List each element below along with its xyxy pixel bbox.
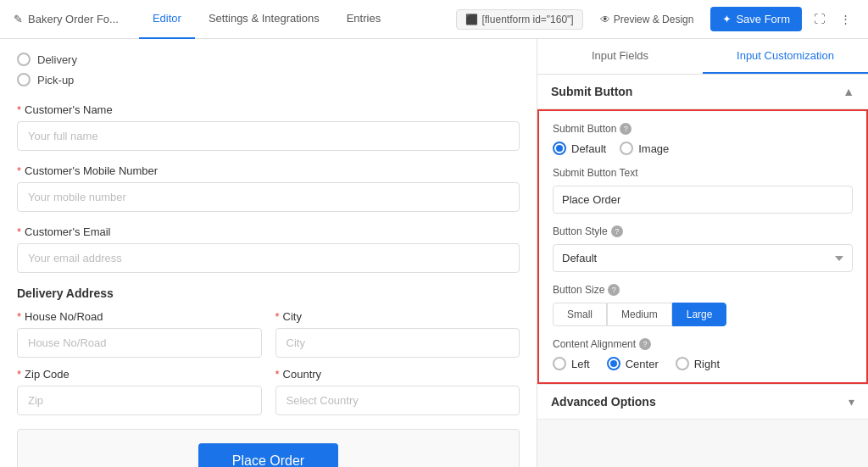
- zip-input[interactable]: [17, 386, 262, 415]
- align-center-dot: [607, 357, 620, 370]
- align-left[interactable]: Left: [553, 357, 590, 370]
- city-field: * City: [275, 310, 520, 358]
- radio-default[interactable]: Default: [553, 142, 606, 155]
- radio-default-dot: [553, 142, 566, 155]
- house-no-label: * House No/Road: [17, 310, 262, 323]
- email-section: * Customer's Email: [17, 225, 520, 273]
- chevron-down-icon: ▾: [849, 395, 854, 409]
- help-icon-align: ?: [639, 338, 651, 350]
- button-text-input[interactable]: [553, 186, 853, 214]
- radio-delivery-circle: [17, 53, 31, 66]
- align-right-dot: [676, 357, 689, 370]
- country-field: * Country: [275, 368, 520, 415]
- right-panel: Input Fields Input Customization Submit …: [537, 39, 868, 467]
- fullscreen-button[interactable]: ⛶: [810, 9, 828, 29]
- code-icon: ⬛: [465, 14, 478, 25]
- chevron-up-icon: ▲: [843, 85, 854, 98]
- radio-pickup-label: Pick-up: [37, 74, 74, 86]
- size-medium-button[interactable]: Medium: [607, 303, 672, 326]
- button-type-options: Default Image: [553, 142, 853, 155]
- tab-input-customization[interactable]: Input Customization: [703, 39, 868, 74]
- align-right[interactable]: Right: [676, 357, 720, 370]
- address-row-1: * House No/Road * City: [17, 310, 520, 358]
- email-label: * Customer's Email: [17, 225, 520, 238]
- submit-button-section-header[interactable]: Submit Button ▲: [537, 75, 868, 109]
- country-label: * Country: [275, 368, 520, 381]
- button-size-group: Small Medium Large: [553, 303, 853, 326]
- city-label: * City: [275, 310, 520, 323]
- left-panel: Delivery Pick-up * Customer's Name * Cus…: [0, 39, 537, 467]
- help-icon-style: ?: [611, 225, 623, 237]
- advanced-options-title: Advanced Options: [551, 395, 656, 409]
- country-input[interactable]: [275, 386, 520, 415]
- button-size-label: Button Size ?: [553, 284, 853, 296]
- expand-icon: ⛶: [814, 13, 825, 25]
- delivery-address-title: Delivery Address: [17, 286, 520, 300]
- email-input[interactable]: [17, 243, 520, 273]
- preview-button[interactable]: 👁 Preview & Design: [592, 8, 703, 31]
- button-type-row: Submit Button ? Default Image: [553, 123, 853, 155]
- shortcode-text: [fluentform id="160"]: [481, 14, 573, 25]
- save-button[interactable]: ✦ Save Form: [710, 7, 802, 31]
- place-order-button[interactable]: Place Order: [198, 443, 338, 467]
- radio-delivery[interactable]: Delivery: [17, 53, 520, 66]
- size-small-button[interactable]: Small: [553, 303, 607, 326]
- required-star-email: *: [17, 225, 21, 238]
- tab-input-fields[interactable]: Input Fields: [537, 39, 703, 74]
- brand-name: Bakery Order Fo...: [28, 13, 119, 25]
- mobile-number-label: * Customer's Mobile Number: [17, 164, 520, 177]
- button-style-row: Button Style ? Default: [553, 225, 853, 272]
- content-alignment-row: Content Alignment ? Left Center Right: [553, 338, 853, 370]
- address-row-2: * Zip Code * Country: [17, 368, 520, 415]
- customers-name-section: * Customer's Name: [17, 103, 520, 151]
- customers-name-input[interactable]: [17, 121, 520, 151]
- eye-icon: 👁: [600, 14, 610, 25]
- button-text-row: Submit Button Text: [553, 167, 853, 214]
- tab-settings[interactable]: Settings & Integrations: [195, 0, 333, 39]
- zip-field: * Zip Code: [17, 368, 262, 415]
- top-nav-left: ✎ Bakery Order Fo... Editor Settings & I…: [14, 0, 394, 39]
- panel-tabs: Input Fields Input Customization: [537, 39, 868, 75]
- alignment-options: Left Center Right: [553, 357, 853, 370]
- radio-delivery-label: Delivery: [37, 53, 77, 66]
- advanced-options-section: Advanced Options ▾: [537, 384, 868, 420]
- radio-pickup[interactable]: Pick-up: [17, 73, 520, 86]
- mobile-number-input[interactable]: [17, 182, 520, 212]
- required-star-mobile: *: [17, 164, 21, 177]
- submit-options-panel: Submit Button ? Default Image: [537, 109, 868, 384]
- delivery-address-section: Delivery Address * House No/Road * City: [17, 286, 520, 415]
- radio-image-label: Image: [638, 142, 669, 155]
- radio-pickup-circle: [17, 73, 31, 86]
- save-label: Save Form: [736, 13, 790, 25]
- top-nav: ✎ Bakery Order Fo... Editor Settings & I…: [0, 0, 868, 39]
- button-style-select[interactable]: Default: [553, 244, 853, 272]
- plus-icon: ✦: [722, 13, 732, 25]
- help-icon-size: ?: [608, 284, 620, 296]
- content-alignment-label: Content Alignment ?: [553, 338, 853, 350]
- radio-image[interactable]: Image: [620, 142, 669, 155]
- radio-image-dot: [620, 142, 633, 155]
- button-text-label: Submit Button Text: [553, 167, 853, 179]
- radio-default-label: Default: [571, 142, 606, 155]
- tab-entries[interactable]: Entries: [333, 0, 394, 39]
- more-options-button[interactable]: ⋮: [837, 9, 854, 29]
- align-left-dot: [553, 357, 566, 370]
- edit-icon: ✎: [14, 13, 23, 25]
- nav-tabs: Editor Settings & Integrations Entries: [139, 0, 394, 39]
- submit-section: Place Order: [17, 429, 520, 467]
- preview-label: Preview & Design: [614, 14, 694, 25]
- advanced-options-header[interactable]: Advanced Options ▾: [537, 385, 868, 420]
- align-center[interactable]: Center: [607, 357, 659, 370]
- tab-editor[interactable]: Editor: [139, 0, 195, 39]
- city-input[interactable]: [275, 328, 520, 358]
- house-no-field: * House No/Road: [17, 310, 262, 358]
- top-nav-right: ⬛ [fluentform id="160"] 👁 Preview & Desi…: [456, 7, 854, 31]
- help-icon-type: ?: [620, 123, 632, 135]
- button-type-label: Submit Button ?: [553, 123, 853, 135]
- dots-icon: ⋮: [840, 13, 851, 25]
- align-left-label: Left: [571, 358, 590, 370]
- zip-label: * Zip Code: [17, 368, 262, 381]
- house-no-input[interactable]: [17, 328, 262, 358]
- shortcode-badge[interactable]: ⬛ [fluentform id="160"]: [456, 9, 582, 30]
- size-large-button[interactable]: Large: [672, 303, 727, 326]
